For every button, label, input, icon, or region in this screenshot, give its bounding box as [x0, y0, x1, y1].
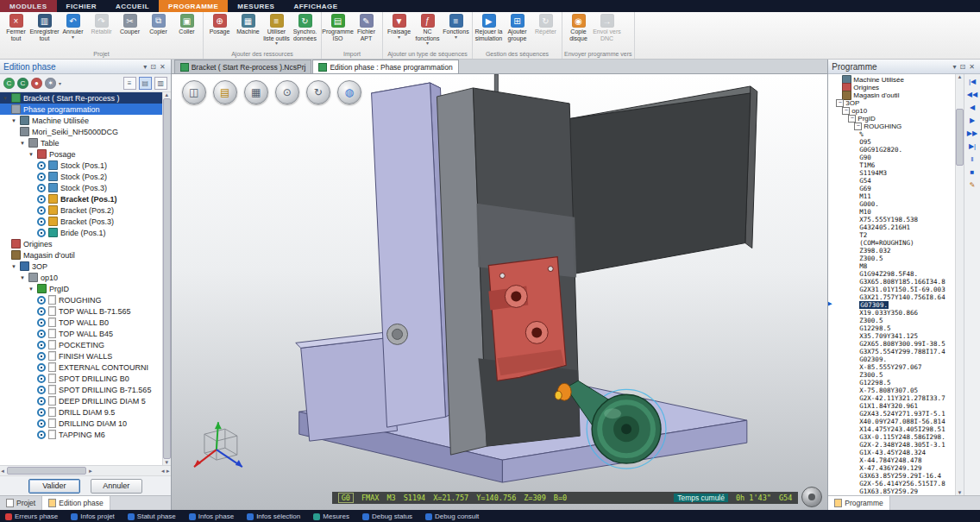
go-end-icon[interactable]: ▶|: [969, 142, 976, 150]
tree-item-posage[interactable]: ▼Posage: [0, 148, 171, 160]
gcode-line[interactable]: G1X-43.45Y248.324: [833, 449, 955, 456]
programme-pin-icon[interactable]: ⊡: [958, 63, 968, 71]
gcode-line[interactable]: O95: [833, 138, 955, 146]
visibility-eye-icon[interactable]: [37, 330, 46, 338]
posage-button[interactable]: ⊕Posage: [205, 13, 234, 36]
tree-item-top-wall-b-71-565[interactable]: TOP WALL B-71.565: [0, 305, 171, 317]
tab-programme[interactable]: Programme: [828, 496, 889, 510]
dropdown-arrow-icon[interactable]: ▾: [72, 35, 74, 39]
visibility-eye-icon[interactable]: [37, 352, 46, 361]
status-item-erreurs-phase[interactable]: Erreurs phase: [5, 513, 58, 520]
expand-arrow-icon[interactable]: ▼: [11, 118, 17, 123]
utiliser-liste-outils-button[interactable]: ≡Utiliser liste outils▾: [262, 13, 291, 46]
tree-item-bracket-start-re-process[interactable]: ▼Bracket ( Start Re-process ): [0, 92, 171, 104]
gcode-line[interactable]: (COM=ROUGHING): [833, 239, 955, 247]
visibility-eye-icon[interactable]: [37, 431, 46, 439]
program-node-magasin-d-outil[interactable]: Magasin d'outil: [833, 91, 955, 99]
globe-icon[interactable]: ◍: [337, 80, 361, 104]
revalidate-green-icon[interactable]: C: [17, 78, 28, 89]
view-mode-icon[interactable]: ◫: [182, 80, 206, 104]
fixture-block-left[interactable]: [295, 332, 397, 441]
tree-item-stock-pos-2[interactable]: Stock (Pos.2): [0, 171, 171, 182]
visibility-eye-icon[interactable]: [37, 397, 46, 406]
phase-tree-vertical-scrollbar[interactable]: ▲▼: [162, 92, 171, 465]
gcode-line[interactable]: G2X65.808Y300.99I-38.5: [833, 340, 955, 348]
gcode-line[interactable]: X40.09Y247.088I-56.814: [833, 418, 955, 425]
status-item-infos-phase[interactable]: Infos phase: [189, 513, 234, 520]
gcode-line[interactable]: G3X21.757Y140.756I8.64: [833, 293, 955, 301]
gcode-line[interactable]: X14.475Y243.405I298.51: [833, 425, 955, 433]
stop-icon[interactable]: ■: [971, 168, 975, 176]
ribbon-tab-fichier[interactable]: FICHIER: [57, 0, 107, 12]
ribbon-tab-accueil[interactable]: ACCUEIL: [106, 0, 159, 12]
collapse-box-icon[interactable]: −: [836, 99, 844, 107]
expand-arrow-icon[interactable]: ▼: [28, 286, 35, 292]
status-item-debug-consult[interactable]: Debug consult: [425, 513, 479, 520]
gcode-line[interactable]: G3X63.85Y259.29I-16.4: [833, 472, 955, 480]
gcode-line[interactable]: G2X-2.348Y248.305I-3.1: [833, 441, 955, 449]
visibility-eye-icon[interactable]: [37, 307, 46, 316]
tree-item-finish-walls[interactable]: FINISH WALLS: [0, 350, 171, 362]
tab-edition-phase[interactable]: Edition phase: [42, 496, 110, 510]
fermer-tout-button[interactable]: ×Fermer tout: [2, 13, 30, 42]
collapse-box-icon[interactable]: −: [848, 115, 856, 123]
tree-item-bracket-pos-2[interactable]: Bracket (Pos.2): [0, 204, 171, 216]
dropdown-arrow-icon[interactable]: ▾: [455, 35, 457, 39]
clamp-bolt[interactable]: [386, 324, 407, 344]
panel-close-icon[interactable]: ✕: [158, 63, 167, 71]
gcode-line[interactable]: T2: [833, 231, 955, 239]
document-tab-edition-phase[interactable]: Edition phase : Phase programmation: [312, 60, 458, 73]
programme-menu-icon[interactable]: ▾: [952, 63, 958, 71]
status-item-infos-projet[interactable]: Infos projet: [71, 513, 115, 520]
gcode-line[interactable]: %: [833, 130, 955, 138]
gcode-line[interactable]: M10: [833, 208, 955, 216]
gcode-line[interactable]: G69: [833, 185, 955, 192]
gcode-line[interactable]: G12298.5: [833, 324, 955, 332]
tree-item-deep-drilling-diam-5[interactable]: DEEP DRILLING DIAM 5: [0, 395, 171, 406]
gcode-line[interactable]: M8: [833, 262, 955, 270]
visibility-eye-icon[interactable]: [37, 296, 46, 305]
programme-close-icon[interactable]: ✕: [967, 63, 977, 71]
dropdown-arrow-icon[interactable]: ▾: [426, 41, 429, 45]
tree-item-external-contourni[interactable]: EXTERNAL CONTOURNI: [0, 362, 171, 373]
gcode-line[interactable]: Z300.5: [833, 317, 955, 324]
visibility-eye-icon[interactable]: [37, 386, 46, 394]
collapse-box-icon[interactable]: −: [842, 107, 850, 115]
nc-fonctions-button[interactable]: ƒNC fonctions▾: [413, 13, 442, 46]
pause-icon[interactable]: ‖: [971, 155, 973, 163]
tree-item-spot-drilling-b-71-565[interactable]: SPOT DRILLING B-71.565: [0, 384, 171, 395]
tree-item-stock-pos-3[interactable]: Stock (Pos.3): [0, 182, 171, 193]
tree-item-roughing[interactable]: ROUGHING: [0, 294, 171, 305]
status-item-infos-s-lection[interactable]: Infos sélection: [247, 513, 300, 520]
gcode-line[interactable]: G12298.5: [833, 379, 955, 387]
gcode-line[interactable]: G02309.: [833, 355, 955, 363]
tree-item-machine-utilis-e[interactable]: ▼Machine Utilisée: [0, 115, 171, 126]
cancel-red-icon[interactable]: ●: [31, 78, 42, 89]
gcode-line[interactable]: M11: [833, 192, 955, 200]
go-start-icon[interactable]: |◀: [969, 78, 976, 85]
gcode-line[interactable]: G3X75.554Y299.788I17.4: [833, 348, 955, 355]
gcode-line[interactable]: G90: [833, 154, 955, 161]
gcode-line[interactable]: G54: [833, 177, 955, 185]
visibility-eye-icon[interactable]: [37, 184, 46, 192]
machine-head-block[interactable]: [563, 86, 757, 276]
program-node-op10[interactable]: −op10: [833, 107, 955, 115]
tree-item-pocketing[interactable]: POCKETING: [0, 339, 171, 350]
visibility-eye-icon[interactable]: [37, 341, 46, 349]
phase-tree-horizontal-scrollbar[interactable]: ◄► ◄►: [0, 465, 171, 475]
step-forward-icon[interactable]: ▶▶: [967, 129, 977, 137]
tree-item-drilling-diam-10[interactable]: DRILLING DIAM 10: [0, 418, 171, 429]
panel-pin-icon[interactable]: ⊡: [148, 63, 158, 71]
expand-arrow-icon[interactable]: ▼: [28, 152, 35, 157]
dropdown-arrow-icon[interactable]: ▾: [275, 41, 278, 45]
tree-item-drill-diam-9-5[interactable]: DRILL DIAM 9.5: [0, 406, 171, 418]
valider-button[interactable]: Valider: [28, 479, 80, 494]
couper-button[interactable]: ✂Couper: [116, 13, 144, 36]
gcode-line[interactable]: G2X-42.11Y321.278I33.7: [833, 394, 955, 402]
gcode-line[interactable]: G1G94Z298.5F48.: [833, 270, 955, 278]
tree-item-magasin-d-outil[interactable]: Magasin d'outil: [0, 249, 171, 261]
tree-item-bracket-pos-1[interactable]: Bracket (Pos.1): [0, 193, 171, 204]
gcode-line[interactable]: G2X43.524Y271.937I-5.1: [833, 410, 955, 418]
settings-gear-icon[interactable]: ✶: [45, 78, 56, 89]
tree-item-op10[interactable]: ▼op10: [0, 272, 171, 283]
